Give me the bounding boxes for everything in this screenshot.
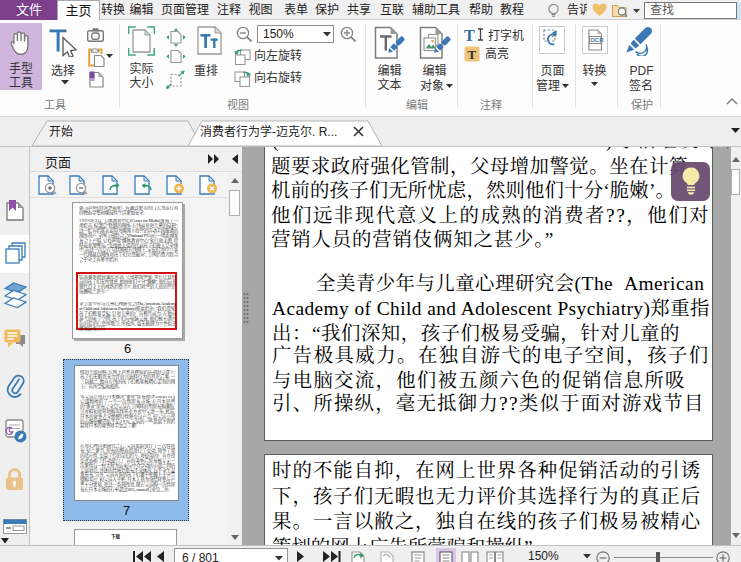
- svg-text:T: T: [468, 47, 477, 62]
- svg-text:OCR: OCR: [590, 37, 604, 43]
- svg-text:T: T: [464, 27, 475, 43]
